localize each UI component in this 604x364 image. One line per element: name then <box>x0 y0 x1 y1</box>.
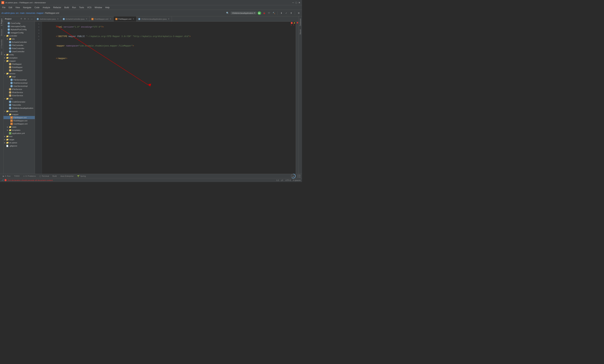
debug-button[interactable]: 🐞 <box>262 11 266 15</box>
menu-code[interactable]: Code <box>33 6 41 9</box>
tree-item-rolecontroller[interactable]: C RoleController <box>3 47 35 50</box>
tree-item-iuserservice[interactable]: I IUserService <box>3 94 35 97</box>
menu-analyze[interactable]: Analyze <box>41 6 51 9</box>
tree-item-rolemapper-xml[interactable]: X RoleMapper.xml <box>3 119 35 122</box>
left-vtab-favorites[interactable]: 2: Favorites <box>0 38 3 50</box>
tree-item-xhadmin[interactable]: ▶ 📁 xh-admin <box>3 141 35 144</box>
menu-edit[interactable]: Edit <box>7 6 14 9</box>
bottom-tab-spring[interactable]: 🌱 Spring <box>76 175 87 178</box>
tab-close-rolemapper[interactable]: ✕ <box>109 18 112 20</box>
menu-build[interactable]: Build <box>63 6 70 9</box>
left-vtab-project[interactable]: 1: Project <box>0 17 3 27</box>
sidebar-collapse-icon[interactable]: — <box>30 17 33 20</box>
tree-item-filemapper[interactable]: I FileMapper <box>3 62 35 66</box>
tree-item-ifileservice[interactable]: I IFileService <box>3 88 35 91</box>
breadcrumb-project[interactable]: xh-admin-java <box>1 12 14 14</box>
bottom-tab-todo[interactable]: TODO <box>13 175 21 177</box>
menu-tools[interactable]: Tools <box>78 6 86 9</box>
tree-item-entity[interactable]: ▶ 📁 entity <box>3 53 35 56</box>
editor-scrollbar-track[interactable]: 🔴 1 ⚡ 1 <box>296 22 299 174</box>
tree-item-dto[interactable]: ▶ 📁 dto <box>3 37 35 40</box>
tree-item-application-yml[interactable]: Y application.yml <box>3 132 35 135</box>
menu-window[interactable]: Window <box>93 6 103 9</box>
tab-close-xhadmin[interactable]: ✕ <box>167 18 170 20</box>
tab-xhadminapp[interactable]: C XhAdminJavaApplication.java ✕ <box>137 16 172 22</box>
menu-navigate[interactable]: Navigate <box>22 6 33 9</box>
close-button[interactable]: ✕ <box>298 1 301 4</box>
coverage-button[interactable]: 🛡 <box>267 11 271 15</box>
right-tab-maven[interactable]: Maven <box>299 28 302 36</box>
editor-content[interactable]: <?xml version="1.0" encoding="UTF-8"?> <… <box>42 22 296 174</box>
menu-file[interactable]: File <box>1 6 7 9</box>
tree-item-mybatisplusconfig[interactable]: C MybatisPlusConfig <box>3 28 35 31</box>
minimize-button[interactable]: ─ <box>292 1 294 4</box>
tree-item-userserviceimpl[interactable]: C UserServiceImpl <box>3 85 35 88</box>
tab-filemapper[interactable]: X FileMapper.xml ✕ <box>113 16 137 22</box>
left-vtab-web[interactable]: Web <box>0 50 3 56</box>
tree-item-fileserviceimpl[interactable]: C FileServiceImpl <box>3 78 35 81</box>
tree-item-filecontroller[interactable]: C FileController <box>3 44 35 47</box>
bottom-tab-java-enterprise[interactable]: Java Enterprise <box>59 175 75 177</box>
tab-jwtinterceptor[interactable]: C JwtInterceptor.java ✕ <box>35 16 61 22</box>
tab-close-echarts[interactable]: ✕ <box>85 18 88 20</box>
tree-item-filemapper-xml[interactable]: X FileMapper.xml <box>3 116 35 119</box>
tree-item-echartscontroller[interactable]: C EchartsController <box>3 40 35 44</box>
tree-item-codegenerator[interactable]: C CodeGenerator <box>3 100 35 103</box>
tree-item-resources-mapper[interactable]: ▾ 📁 mapper <box>3 113 35 116</box>
vcs-commit-button[interactable]: ✓ <box>284 11 288 15</box>
tab-rolemapper[interactable]: X RoleMapper.xml ✕ <box>90 16 113 22</box>
tree-item-gitignore[interactable]: 📄 .gitignore <box>3 144 35 147</box>
menu-vcs[interactable]: VCS <box>86 6 93 9</box>
tree-item-target[interactable]: ▶ 📁 target <box>3 138 35 141</box>
menu-view[interactable]: View <box>14 6 21 9</box>
tab-close-filemapper[interactable]: ✕ <box>132 18 135 20</box>
tree-item-test[interactable]: ▶ 📁 test <box>3 135 35 138</box>
tree-item-templates[interactable]: ▶ 📁 templates <box>3 129 35 132</box>
maximize-button[interactable]: □ <box>295 1 297 4</box>
right-tab-database[interactable]: Database <box>299 17 302 27</box>
breadcrumb-main[interactable]: main <box>20 12 25 14</box>
menu-run[interactable]: Run <box>71 6 77 9</box>
tree-item-usermapper[interactable]: I UserMapper <box>3 69 35 72</box>
sidebar-layout-icon[interactable]: ⊞ <box>23 17 26 20</box>
tree-item-mapper[interactable]: ▾ 📁 mapper <box>3 59 35 62</box>
bottom-tab-terminal[interactable]: ▢ Terminal <box>38 175 50 178</box>
sidebar-gear-icon[interactable]: ⚙ <box>20 17 23 20</box>
title-bar-controls[interactable]: ─ □ ✕ <box>292 1 301 4</box>
tree-item-roleserviceimpl[interactable]: C RoleServiceImpl <box>3 81 35 85</box>
tab-echartscontroller[interactable]: C EchartsController.java ✕ <box>61 16 90 22</box>
build-button[interactable]: 🔨 <box>272 11 276 15</box>
vcs-push-button[interactable]: ⬆ <box>289 11 293 15</box>
tree-item-impl[interactable]: ▾ 📁 impl <box>3 75 35 78</box>
tree-item-corsconfig[interactable]: C CorsConfig <box>3 22 35 25</box>
bottom-tab-run[interactable]: ▶ 4: Run <box>1 175 12 178</box>
vcs-update-button[interactable]: ⬇ <box>279 11 283 15</box>
breadcrumb-resources[interactable]: resources <box>26 12 35 14</box>
run-button[interactable]: ▶ <box>258 11 261 15</box>
sidebar-settings-icon[interactable]: ≡ <box>27 17 30 20</box>
breadcrumb-src[interactable]: src <box>16 12 19 14</box>
tree-item-exception[interactable]: ▶ 📁 exception <box>3 56 35 59</box>
tree-item-usermapper-xml[interactable]: X UserMapper.xml <box>3 122 35 125</box>
bottom-tab-build[interactable]: Build <box>51 175 58 177</box>
tree-item-xhadminjavaapp[interactable]: C XhAdminJavaApplication <box>3 107 35 110</box>
tree-item-rolemapper[interactable]: I RoleMapper <box>3 66 35 69</box>
run-config-selector[interactable]: XhAdminJavaApplication ▾ <box>231 12 257 14</box>
tree-item-resources[interactable]: ▾ 📁 resources <box>3 110 35 113</box>
breadcrumb-mapper[interactable]: mapper <box>37 12 44 14</box>
tree-item-service[interactable]: ▾ 📁 service <box>3 72 35 75</box>
tree-item-iroleservice[interactable]: I IRoleService <box>3 91 35 94</box>
menu-help[interactable]: Help <box>104 6 111 9</box>
tree-item-static[interactable]: ▶ 📁 static <box>3 125 35 129</box>
menu-refactor[interactable]: Refactor <box>52 6 63 9</box>
tree-item-interceptorconfig[interactable]: C InterceptorConfig <box>3 25 35 28</box>
tab-close-jwtinterceptor[interactable]: ✕ <box>57 18 59 20</box>
tree-item-swaggerconfig[interactable]: C swaggerConfig <box>3 31 35 34</box>
tree-item-utils[interactable]: ▾ 📁 utils <box>3 97 35 100</box>
left-vtab-structure[interactable]: Structure <box>0 28 3 37</box>
tree-item-controller[interactable]: ▾ 📁 controller <box>3 34 35 37</box>
search-everywhere-btn[interactable]: 🔍 <box>226 11 230 15</box>
settings-button[interactable]: ⚙ <box>297 11 301 15</box>
bottom-tab-problems[interactable]: ⚠ 6: Problems <box>22 175 37 178</box>
tree-item-usercontroller[interactable]: C UserController <box>3 50 35 53</box>
